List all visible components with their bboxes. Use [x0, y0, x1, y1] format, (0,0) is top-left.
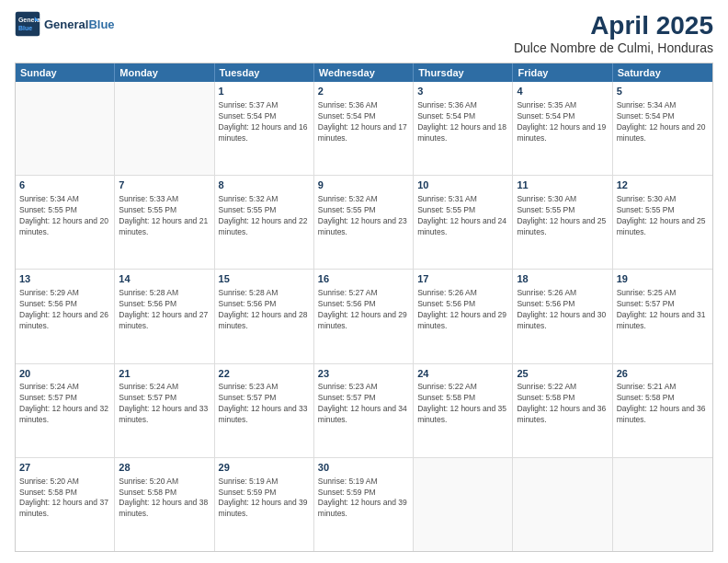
cal-cell: 5Sunrise: 5:34 AMSunset: 5:54 PMDaylight… — [613, 82, 712, 175]
cell-info: Sunrise: 5:31 AMSunset: 5:55 PMDaylight:… — [417, 194, 508, 238]
cell-info: Sunrise: 5:23 AMSunset: 5:57 PMDaylight:… — [318, 382, 409, 426]
cal-cell: 1Sunrise: 5:37 AMSunset: 5:54 PMDaylight… — [215, 82, 314, 175]
cell-info: Sunrise: 5:37 AMSunset: 5:54 PMDaylight:… — [219, 100, 310, 144]
cal-week-4: 20Sunrise: 5:24 AMSunset: 5:57 PMDayligh… — [16, 364, 712, 458]
main-title: April 2025 — [514, 11, 713, 40]
cal-header-sunday: Sunday — [16, 63, 115, 82]
day-number: 30 — [318, 461, 409, 475]
day-number: 3 — [417, 85, 508, 98]
day-number: 10 — [417, 178, 508, 192]
cell-info: Sunrise: 5:34 AMSunset: 5:54 PMDaylight:… — [617, 100, 709, 144]
cal-cell: 11Sunrise: 5:30 AMSunset: 5:55 PMDayligh… — [513, 176, 612, 269]
cell-info: Sunrise: 5:33 AMSunset: 5:55 PMDaylight:… — [119, 194, 210, 238]
cal-cell — [414, 458, 513, 551]
cal-cell: 3Sunrise: 5:36 AMSunset: 5:54 PMDaylight… — [414, 82, 513, 175]
day-number: 12 — [617, 178, 709, 192]
cal-cell: 21Sunrise: 5:24 AMSunset: 5:57 PMDayligh… — [115, 364, 214, 457]
cal-cell: 25Sunrise: 5:22 AMSunset: 5:58 PMDayligh… — [513, 364, 612, 457]
cal-header-monday: Monday — [115, 63, 214, 82]
cal-cell: 10Sunrise: 5:31 AMSunset: 5:55 PMDayligh… — [414, 176, 513, 269]
cell-info: Sunrise: 5:24 AMSunset: 5:57 PMDaylight:… — [119, 382, 210, 426]
svg-rect-0 — [16, 12, 40, 36]
cal-header-friday: Friday — [513, 63, 612, 82]
cell-info: Sunrise: 5:36 AMSunset: 5:54 PMDaylight:… — [318, 100, 409, 144]
subtitle: Dulce Nombre de Culmi, Honduras — [514, 40, 713, 55]
cal-cell: 13Sunrise: 5:29 AMSunset: 5:56 PMDayligh… — [16, 270, 115, 362]
cal-cell: 28Sunrise: 5:20 AMSunset: 5:58 PMDayligh… — [115, 458, 214, 551]
day-number: 4 — [517, 85, 608, 98]
cal-cell: 2Sunrise: 5:36 AMSunset: 5:54 PMDaylight… — [314, 82, 414, 175]
cal-cell: 24Sunrise: 5:22 AMSunset: 5:58 PMDayligh… — [414, 364, 513, 457]
cell-info: Sunrise: 5:27 AMSunset: 5:56 PMDaylight:… — [318, 288, 409, 332]
cell-info: Sunrise: 5:19 AMSunset: 5:59 PMDaylight:… — [219, 477, 310, 521]
day-number: 22 — [219, 367, 310, 381]
day-number: 25 — [517, 367, 608, 381]
cal-cell: 22Sunrise: 5:23 AMSunset: 5:57 PMDayligh… — [215, 364, 314, 457]
cal-cell: 12Sunrise: 5:30 AMSunset: 5:55 PMDayligh… — [613, 176, 712, 269]
day-number: 8 — [219, 178, 310, 192]
day-number: 7 — [119, 178, 210, 192]
day-number: 16 — [318, 272, 409, 286]
cell-info: Sunrise: 5:32 AMSunset: 5:55 PMDaylight:… — [318, 194, 409, 238]
day-number: 21 — [119, 367, 210, 381]
cell-info: Sunrise: 5:34 AMSunset: 5:55 PMDaylight:… — [19, 194, 110, 238]
day-number: 28 — [119, 461, 210, 475]
page: General Blue GeneralBlue April 2025 Dulc… — [0, 0, 728, 563]
cal-cell: 6Sunrise: 5:34 AMSunset: 5:55 PMDaylight… — [16, 176, 115, 269]
calendar-header: SundayMondayTuesdayWednesdayThursdayFrid… — [16, 63, 712, 82]
cal-cell: 7Sunrise: 5:33 AMSunset: 5:55 PMDaylight… — [115, 176, 214, 269]
day-number: 24 — [417, 367, 508, 381]
cal-header-thursday: Thursday — [414, 63, 513, 82]
cell-info: Sunrise: 5:24 AMSunset: 5:57 PMDaylight:… — [19, 382, 110, 426]
day-number: 27 — [19, 461, 110, 475]
cell-info: Sunrise: 5:30 AMSunset: 5:55 PMDaylight:… — [617, 194, 709, 238]
cal-week-2: 6Sunrise: 5:34 AMSunset: 5:55 PMDaylight… — [16, 176, 712, 270]
cell-info: Sunrise: 5:28 AMSunset: 5:56 PMDaylight:… — [119, 288, 210, 332]
calendar: SundayMondayTuesdayWednesdayThursdayFrid… — [15, 63, 713, 552]
day-number: 1 — [219, 85, 310, 98]
day-number: 20 — [19, 367, 110, 381]
cal-cell: 17Sunrise: 5:26 AMSunset: 5:56 PMDayligh… — [414, 270, 513, 362]
cell-info: Sunrise: 5:20 AMSunset: 5:58 PMDaylight:… — [119, 477, 210, 521]
cal-header-wednesday: Wednesday — [314, 63, 414, 82]
cal-cell: 8Sunrise: 5:32 AMSunset: 5:55 PMDaylight… — [215, 176, 314, 269]
header: General Blue GeneralBlue April 2025 Dulc… — [15, 11, 713, 55]
cell-info: Sunrise: 5:29 AMSunset: 5:56 PMDaylight:… — [19, 288, 110, 332]
day-number: 6 — [19, 178, 110, 192]
cell-info: Sunrise: 5:22 AMSunset: 5:58 PMDaylight:… — [417, 382, 508, 426]
cal-week-5: 27Sunrise: 5:20 AMSunset: 5:58 PMDayligh… — [16, 458, 712, 551]
cal-cell: 23Sunrise: 5:23 AMSunset: 5:57 PMDayligh… — [314, 364, 414, 457]
cal-cell: 15Sunrise: 5:28 AMSunset: 5:56 PMDayligh… — [215, 270, 314, 362]
logo-text: GeneralBlue — [44, 17, 115, 31]
day-number: 11 — [517, 178, 608, 192]
cell-info: Sunrise: 5:28 AMSunset: 5:56 PMDaylight:… — [219, 288, 310, 332]
cell-info: Sunrise: 5:23 AMSunset: 5:57 PMDaylight:… — [219, 382, 310, 426]
cal-cell: 29Sunrise: 5:19 AMSunset: 5:59 PMDayligh… — [215, 458, 314, 551]
day-number: 23 — [318, 367, 409, 381]
cell-info: Sunrise: 5:30 AMSunset: 5:55 PMDaylight:… — [517, 194, 608, 238]
cal-cell: 26Sunrise: 5:21 AMSunset: 5:58 PMDayligh… — [613, 364, 712, 457]
cal-week-3: 13Sunrise: 5:29 AMSunset: 5:56 PMDayligh… — [16, 270, 712, 363]
cal-cell — [513, 458, 612, 551]
cal-cell: 19Sunrise: 5:25 AMSunset: 5:57 PMDayligh… — [613, 270, 712, 362]
cal-cell: 18Sunrise: 5:26 AMSunset: 5:56 PMDayligh… — [513, 270, 612, 362]
cell-info: Sunrise: 5:35 AMSunset: 5:54 PMDaylight:… — [517, 100, 608, 144]
logo-icon: General Blue — [15, 11, 40, 37]
cal-header-tuesday: Tuesday — [215, 63, 314, 82]
day-number: 14 — [119, 272, 210, 286]
day-number: 18 — [517, 272, 608, 286]
day-number: 29 — [219, 461, 310, 475]
day-number: 17 — [417, 272, 508, 286]
cell-info: Sunrise: 5:26 AMSunset: 5:56 PMDaylight:… — [417, 288, 508, 332]
cell-info: Sunrise: 5:20 AMSunset: 5:58 PMDaylight:… — [19, 477, 110, 521]
day-number: 19 — [617, 272, 709, 286]
cal-cell: 4Sunrise: 5:35 AMSunset: 5:54 PMDaylight… — [513, 82, 612, 175]
day-number: 15 — [219, 272, 310, 286]
cell-info: Sunrise: 5:22 AMSunset: 5:58 PMDaylight:… — [517, 382, 608, 426]
svg-text:Blue: Blue — [18, 25, 32, 31]
cal-cell: 9Sunrise: 5:32 AMSunset: 5:55 PMDaylight… — [314, 176, 414, 269]
cal-cell: 16Sunrise: 5:27 AMSunset: 5:56 PMDayligh… — [314, 270, 414, 362]
day-number: 5 — [617, 85, 709, 98]
cal-week-1: 1Sunrise: 5:37 AMSunset: 5:54 PMDaylight… — [16, 82, 712, 176]
cal-header-saturday: Saturday — [613, 63, 712, 82]
